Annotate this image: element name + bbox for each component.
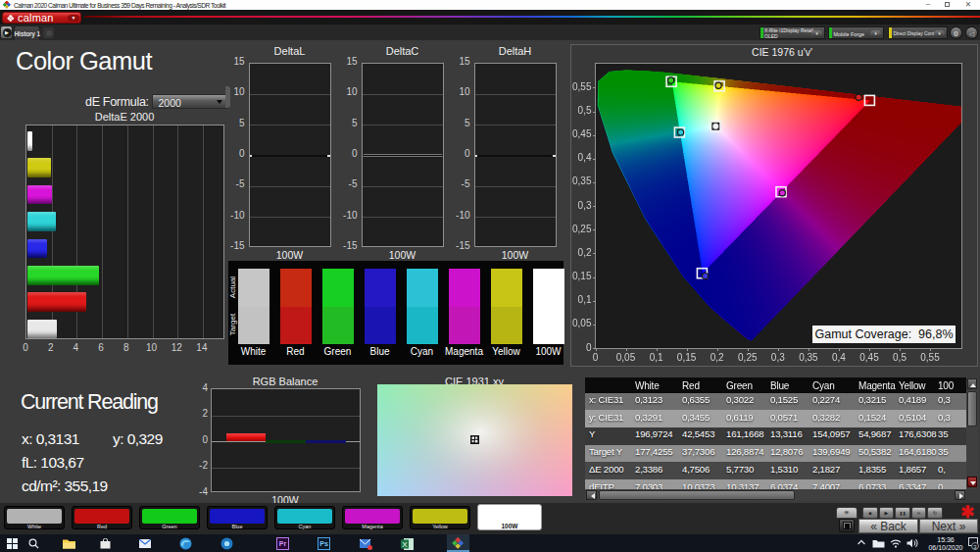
svg-text:X: X [402, 539, 408, 548]
